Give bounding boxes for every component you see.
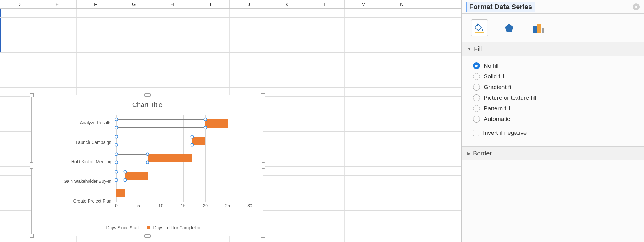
cell[interactable] — [38, 9, 77, 17]
cell[interactable] — [0, 9, 38, 17]
selection-handle-icon[interactable] — [146, 161, 149, 164]
selection-handle-icon[interactable] — [115, 135, 118, 139]
cell[interactable] — [230, 79, 268, 87]
selection-handle-icon[interactable] — [204, 118, 207, 121]
col-header[interactable]: D — [0, 0, 38, 8]
cell[interactable] — [306, 9, 345, 17]
cell[interactable] — [383, 88, 421, 96]
cell[interactable] — [230, 61, 268, 70]
section-border-header[interactable]: ▶ Border — [462, 147, 644, 160]
cell[interactable] — [306, 149, 345, 158]
cell[interactable] — [191, 70, 230, 79]
selection-handle-icon[interactable] — [115, 153, 118, 156]
cell[interactable] — [383, 9, 421, 17]
cell[interactable] — [77, 44, 115, 52]
selection-handle-icon[interactable] — [115, 178, 118, 182]
cell[interactable] — [345, 97, 383, 105]
cell[interactable] — [38, 18, 77, 26]
col-header[interactable]: F — [77, 0, 115, 8]
cell[interactable] — [191, 53, 230, 61]
selection-handle-icon[interactable] — [115, 126, 118, 129]
cell[interactable] — [268, 149, 306, 158]
cell[interactable] — [383, 202, 421, 210]
cell[interactable] — [421, 70, 459, 79]
cell[interactable] — [306, 167, 345, 175]
cell[interactable] — [306, 97, 345, 105]
fill-option-picture-fill[interactable]: Picture or texture fill — [473, 92, 640, 103]
cell[interactable] — [306, 53, 345, 61]
cell[interactable] — [421, 132, 459, 140]
cell[interactable] — [421, 149, 459, 158]
cell[interactable] — [77, 79, 115, 87]
selection-handle-icon[interactable] — [115, 170, 118, 173]
cell[interactable] — [345, 105, 383, 114]
fill-option-automatic[interactable]: Automatic — [473, 114, 640, 124]
resize-handle[interactable] — [30, 93, 34, 97]
tab-series-options[interactable] — [530, 19, 547, 36]
cell[interactable] — [383, 132, 421, 140]
cell[interactable] — [268, 88, 306, 96]
cell[interactable] — [383, 44, 421, 52]
cell[interactable] — [345, 211, 383, 219]
cell[interactable] — [421, 18, 459, 26]
cell[interactable] — [383, 18, 421, 26]
cell[interactable] — [268, 237, 306, 242]
cell[interactable] — [268, 79, 306, 87]
col-header[interactable]: J — [230, 0, 268, 8]
cell[interactable] — [230, 70, 268, 79]
cell[interactable] — [38, 26, 77, 35]
cell[interactable] — [191, 79, 230, 87]
resize-handle[interactable] — [144, 234, 151, 238]
cell[interactable] — [153, 53, 191, 61]
cell[interactable] — [383, 61, 421, 70]
cell[interactable] — [230, 53, 268, 61]
cell[interactable] — [345, 202, 383, 210]
cell[interactable] — [421, 202, 459, 210]
col-header[interactable]: M — [345, 0, 383, 8]
bar-row[interactable] — [116, 189, 250, 197]
cell[interactable] — [268, 61, 306, 70]
cell[interactable] — [421, 35, 459, 44]
legend[interactable]: Days Since Start Days Left for Completio… — [32, 225, 263, 230]
col-header[interactable]: I — [191, 0, 230, 8]
resize-handle[interactable] — [30, 162, 33, 169]
cell[interactable] — [383, 219, 421, 228]
close-icon[interactable] — [633, 3, 640, 10]
cell[interactable] — [77, 18, 115, 26]
cell[interactable] — [268, 193, 306, 202]
cell[interactable] — [191, 44, 230, 52]
cell[interactable] — [153, 79, 191, 87]
cell[interactable] — [191, 35, 230, 44]
cell[interactable] — [383, 123, 421, 131]
cell[interactable] — [306, 114, 345, 123]
cell[interactable] — [421, 9, 459, 17]
cell[interactable] — [421, 26, 459, 35]
section-fill-header[interactable]: ▼ Fill — [462, 42, 644, 56]
cell[interactable] — [0, 53, 38, 61]
cell[interactable] — [0, 18, 38, 26]
tab-fill-line[interactable] — [471, 19, 488, 36]
cell[interactable] — [268, 97, 306, 105]
panel-title[interactable]: Format Data Series — [466, 2, 535, 12]
cell[interactable] — [230, 237, 268, 242]
cell[interactable] — [230, 44, 268, 52]
cell[interactable] — [383, 237, 421, 242]
cell[interactable] — [268, 123, 306, 131]
cell[interactable] — [0, 79, 38, 87]
fill-option-pattern-fill[interactable]: Pattern fill — [473, 103, 640, 114]
cell[interactable] — [268, 176, 306, 184]
fill-option-gradient-fill[interactable]: Gradient fill — [473, 82, 640, 92]
cell[interactable] — [345, 61, 383, 70]
col-header[interactable]: E — [38, 0, 77, 8]
cell[interactable] — [268, 105, 306, 114]
resize-handle[interactable] — [144, 93, 151, 97]
cell[interactable] — [345, 219, 383, 228]
cell[interactable] — [383, 211, 421, 219]
cell[interactable] — [421, 79, 459, 87]
fill-option-solid-fill[interactable]: Solid fill — [473, 71, 640, 82]
cell[interactable] — [153, 237, 191, 242]
cell[interactable] — [77, 237, 115, 242]
cell[interactable] — [345, 167, 383, 175]
cell[interactable] — [421, 123, 459, 131]
cell[interactable] — [268, 35, 306, 44]
